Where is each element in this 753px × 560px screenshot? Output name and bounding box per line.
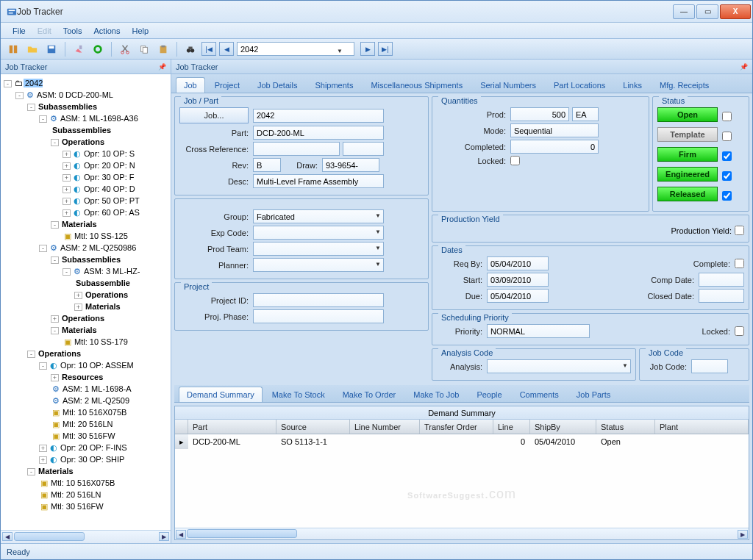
table-row[interactable]: ▸ DCD-200-ML SO 5113-1-1 0 05/04/2010 Op… (175, 434, 749, 449)
scroll-right-icon[interactable]: ▶ (738, 530, 748, 539)
status-open[interactable]: Open (657, 107, 718, 122)
schedlocked-checkbox[interactable] (735, 326, 744, 336)
col-lineno[interactable]: Line Number (350, 420, 420, 434)
status-template-cb[interactable] (722, 132, 732, 141)
col-shipby[interactable]: ShipBy (530, 420, 596, 434)
analysis-select[interactable] (487, 359, 631, 373)
status-engineered[interactable]: Engineered (657, 167, 718, 182)
projid-field[interactable] (253, 293, 384, 307)
toolbar-cut-icon[interactable] (117, 41, 133, 57)
priority-field[interactable] (487, 324, 590, 338)
maximize-button[interactable]: ▭ (696, 4, 718, 19)
label-draw: Draw: (281, 161, 322, 170)
col-source[interactable]: Source (276, 420, 350, 434)
nav-next[interactable]: ▶ (360, 42, 375, 56)
menu-edit[interactable]: Edit (32, 26, 57, 35)
status-open-cb[interactable] (722, 112, 732, 121)
grid-hscroll[interactable]: ◀ ▶ (175, 528, 749, 539)
nav-prev[interactable]: ◀ (219, 42, 234, 56)
job-field[interactable] (253, 109, 384, 123)
jobcode-field[interactable] (691, 359, 728, 373)
projphase-field[interactable] (253, 309, 384, 323)
col-transorder[interactable]: Transfer Order (420, 420, 493, 434)
subtab-jobparts[interactable]: Job Parts (568, 387, 618, 402)
completed-field[interactable] (510, 140, 599, 154)
status-released-cb[interactable] (722, 191, 732, 201)
tab-jobdetails[interactable]: Job Details (249, 77, 305, 93)
crossref-field[interactable] (253, 142, 340, 156)
reqby-field[interactable] (487, 256, 549, 270)
status-template[interactable]: Template (657, 127, 718, 142)
scroll-thumb[interactable] (14, 532, 85, 541)
complete-checkbox[interactable] (735, 259, 744, 268)
tab-partloc[interactable]: Part Locations (546, 77, 613, 93)
closed-field[interactable] (699, 289, 744, 303)
tree-view[interactable]: -🗀2042 -⚙ASM: 0 DCD-200-ML -Subassemblie… (1, 74, 171, 530)
part-field[interactable] (253, 126, 384, 140)
menu-file[interactable]: File (7, 26, 32, 35)
prod-field[interactable] (510, 107, 569, 121)
nav-last[interactable]: ▶| (378, 42, 393, 56)
desc-field[interactable] (253, 174, 384, 188)
due-field[interactable] (487, 289, 549, 303)
toolbar-binoculars-icon[interactable] (182, 41, 199, 57)
menu-actions[interactable]: Actions (88, 26, 126, 35)
crossref-field-2[interactable] (343, 142, 384, 156)
uom-field[interactable] (572, 107, 599, 121)
subtab-mts[interactable]: Make To Stock (264, 387, 333, 402)
pin-icon[interactable]: 📌 (740, 63, 748, 71)
subtab-people[interactable]: People (468, 387, 510, 402)
col-line[interactable]: Line (493, 420, 530, 434)
tab-serial[interactable]: Serial Numbers (472, 77, 544, 93)
col-part[interactable]: Part (188, 420, 276, 434)
toolbar-search-input[interactable] (237, 42, 354, 56)
toolbar-refresh-icon[interactable] (90, 41, 106, 57)
scroll-thumb[interactable] (187, 529, 297, 538)
status-engineered-cb[interactable] (722, 171, 732, 181)
toolbar-folder-icon[interactable] (24, 41, 40, 57)
pin-icon[interactable]: 📌 (158, 63, 166, 71)
job-button[interactable]: Job... (179, 107, 249, 123)
expcode-select[interactable] (253, 226, 384, 240)
start-field[interactable] (487, 273, 549, 287)
toolbar-clear-icon[interactable] (71, 41, 87, 57)
menu-tools[interactable]: Tools (57, 26, 88, 35)
tab-job[interactable]: Job (176, 77, 205, 93)
col-plant[interactable]: Plant (655, 420, 749, 434)
toolbar-book-icon[interactable] (5, 41, 21, 57)
toolbar-save-icon[interactable] (43, 41, 60, 57)
close-button[interactable]: X (720, 4, 751, 19)
toolbar-paste-icon[interactable] (155, 41, 171, 57)
scroll-left-icon[interactable]: ◀ (176, 530, 186, 539)
prodyield-checkbox[interactable] (735, 226, 744, 235)
scroll-left-icon[interactable]: ◀ (2, 532, 13, 541)
tab-links[interactable]: Links (615, 77, 650, 93)
planner-select[interactable] (253, 258, 384, 272)
rev-field[interactable] (253, 158, 281, 172)
col-status[interactable]: Status (596, 420, 655, 434)
cell-lineno (350, 434, 420, 449)
tab-project[interactable]: Project (207, 77, 248, 93)
status-released[interactable]: Released (657, 187, 718, 201)
draw-field[interactable] (322, 158, 379, 172)
prodteam-select[interactable] (253, 242, 384, 256)
tab-miscship[interactable]: Miscellaneous Shipments (363, 77, 471, 93)
menu-help[interactable]: Help (126, 26, 154, 35)
status-firm[interactable]: Firm (657, 147, 718, 162)
tab-shipments[interactable]: Shipments (307, 77, 361, 93)
tab-mfgrec[interactable]: Mfg. Receipts (652, 77, 717, 93)
mode-field[interactable] (510, 123, 599, 137)
status-firm-cb[interactable] (722, 151, 732, 161)
sidebar-hscroll[interactable]: ◀ ▶ (1, 530, 171, 543)
subtab-comments[interactable]: Comments (512, 387, 567, 402)
scroll-right-icon[interactable]: ▶ (159, 532, 169, 541)
toolbar-copy-icon[interactable] (136, 41, 152, 57)
nav-first[interactable]: |◀ (201, 42, 216, 56)
subtab-demand[interactable]: Demand Summary (179, 387, 263, 402)
group-select[interactable] (253, 209, 384, 223)
compdate-field[interactable] (699, 273, 744, 287)
subtab-mtj[interactable]: Make To Job (405, 387, 467, 402)
minimize-button[interactable]: — (673, 4, 695, 19)
locked-checkbox[interactable] (510, 156, 520, 165)
subtab-mto[interactable]: Make To Order (335, 387, 404, 402)
